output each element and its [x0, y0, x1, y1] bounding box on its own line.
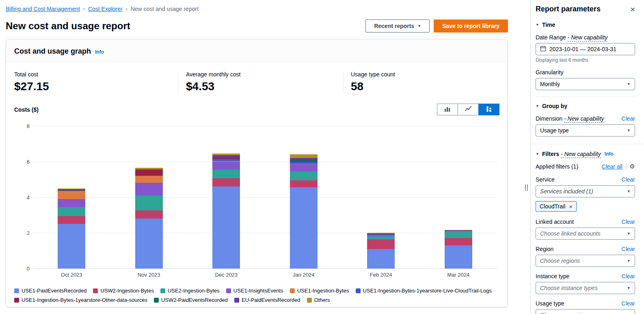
region-clear-link[interactable]: Clear	[622, 246, 635, 252]
legend-item[interactable]: USE1-Ingestion-Bytes	[290, 288, 349, 294]
stacked-bar[interactable]	[135, 168, 163, 269]
bar-segment[interactable]	[212, 170, 240, 179]
region-label-row: Region Clear	[536, 246, 635, 252]
bar-segment[interactable]	[135, 183, 163, 195]
bar-segment[interactable]	[135, 195, 163, 210]
bar-segment[interactable]	[58, 216, 85, 224]
instance-type-select[interactable]: Choose instance types ▼	[536, 282, 635, 294]
legend-item[interactable]: EU-PaidEventsRecorded	[234, 297, 300, 303]
bar-segment[interactable]	[367, 239, 395, 249]
legend-swatch	[226, 288, 231, 293]
breadcrumb-link-billing[interactable]: Billing and Cost Management	[6, 6, 80, 12]
legend-label: USW2-Ingestion-Bytes	[100, 288, 154, 294]
bar-segment[interactable]	[445, 232, 472, 238]
bar-segment[interactable]	[58, 224, 85, 269]
stacked-bar[interactable]	[212, 154, 240, 269]
linked-account-label-row: Linked account Clear	[536, 219, 635, 225]
legend-item[interactable]: USW2-Ingestion-Bytes	[93, 288, 154, 294]
info-link[interactable]: Info	[95, 49, 104, 55]
save-to-report-library-button[interactable]: Save to report library	[434, 19, 508, 32]
chevron-down-icon: ▼	[627, 128, 631, 132]
bar-segment[interactable]	[58, 199, 85, 207]
legend-item[interactable]: USE2-Ingestion-Bytes	[160, 288, 220, 294]
bar-segment[interactable]	[445, 245, 472, 269]
time-section-header[interactable]: ▼ Time	[536, 22, 635, 28]
legend-item[interactable]: USE1-Ingestion-Bytes-1yearstore-Other-da…	[14, 297, 147, 303]
legend-item[interactable]: USE1-InsightsEvents	[226, 288, 283, 294]
service-clear-link[interactable]: Clear	[622, 176, 635, 183]
bar-segment[interactable]	[135, 210, 163, 219]
dimension-clear-link[interactable]: Clear	[622, 115, 635, 122]
group-by-section-header[interactable]: ▼ Group by	[536, 103, 635, 109]
bar-column	[265, 126, 343, 269]
bar-segment[interactable]	[367, 236, 395, 239]
bar-column	[420, 126, 497, 269]
date-range-input[interactable]: 2023-10-01 — 2024-03-31	[536, 43, 635, 55]
granularity-value: Monthly	[540, 81, 560, 87]
bar-segment[interactable]	[212, 186, 240, 269]
legend-item[interactable]: USE1-PaidEventsRecorded	[14, 288, 86, 294]
x-tick-label: Feb 2024	[342, 272, 420, 278]
dimension-select[interactable]: Usage type ▼	[536, 124, 635, 136]
bar-segment[interactable]	[58, 207, 85, 216]
gear-icon[interactable]: ⚙	[630, 163, 635, 170]
bar-segment[interactable]	[290, 171, 318, 180]
dimension-label-row: Dimension - New capability Clear	[536, 115, 635, 122]
chevron-down-icon: ▼	[627, 82, 631, 86]
close-icon[interactable]: ×	[630, 5, 635, 13]
bar-segment[interactable]	[212, 178, 240, 186]
granularity-select[interactable]: Monthly ▼	[536, 78, 635, 90]
bar-segment[interactable]	[135, 176, 163, 183]
linked-account-clear-link[interactable]: Clear	[622, 219, 635, 225]
legend-item[interactable]: USW2-PaidEventsRecorded	[154, 297, 228, 303]
stat-total-cost: Total cost $27.15	[14, 71, 178, 93]
time-section-title: Time	[542, 22, 555, 28]
clear-all-link[interactable]: Clear all	[602, 163, 622, 170]
service-filter-label: Service	[536, 176, 555, 183]
bar-segment[interactable]	[290, 187, 318, 269]
recent-reports-button[interactable]: Recent reports ▼	[365, 19, 430, 32]
chart-x-axis: Oct 2023Nov 2023Dec 2023Jan 2024Feb 2024…	[33, 272, 497, 278]
usage-type-clear-link[interactable]: Clear	[622, 300, 635, 307]
stacked-bar[interactable]	[58, 188, 85, 269]
instance-type-label-row: Instance type Clear	[536, 273, 635, 279]
applied-filters-actions: Clear all | ⚙	[602, 163, 635, 170]
legend-item[interactable]: USE1-Ingestion-Bytes-1yearstore-Live-Clo…	[356, 288, 492, 294]
stacked-bar[interactable]	[290, 154, 318, 269]
bar-segment[interactable]	[290, 154, 318, 158]
stacked-bar[interactable]	[445, 230, 472, 269]
region-select[interactable]: Choose regions ▼	[536, 255, 635, 267]
bar-segment[interactable]	[58, 191, 85, 199]
line-chart-toggle-button[interactable]	[458, 104, 479, 115]
legend-label: USE1-PaidEventsRecorded	[22, 288, 86, 294]
filters-section-header[interactable]: ▼ Filters - New capability Info	[536, 151, 635, 157]
instance-type-clear-link[interactable]: Clear	[622, 273, 635, 279]
bar-segment[interactable]	[135, 170, 163, 175]
usage-type-select[interactable]: Choose usage types ▼	[536, 309, 635, 314]
bar-chart-toggle-button[interactable]	[437, 104, 458, 115]
filters-info-link[interactable]: Info	[605, 151, 614, 157]
splitter-handle[interactable]	[525, 184, 528, 191]
token-dismiss-icon[interactable]: ×	[569, 204, 573, 210]
service-select[interactable]: Services included (1) ▼	[536, 185, 635, 197]
bar-segment[interactable]	[367, 249, 395, 269]
bar-column	[188, 126, 265, 269]
linked-account-select[interactable]: Choose linked accounts ▼	[536, 227, 635, 240]
bar-segment[interactable]	[290, 180, 318, 188]
x-tick-label: Mar 2024	[420, 272, 497, 278]
linked-account-label: Linked account	[536, 219, 574, 225]
chevron-down-icon: ▼	[627, 259, 631, 263]
region-placeholder: Choose regions	[540, 258, 580, 264]
chart-y-axis-title: Costs ($)	[14, 106, 39, 113]
bar-column	[33, 126, 110, 269]
breadcrumb-link-cost-explorer[interactable]: Cost Explorer	[88, 6, 123, 12]
bar-segment[interactable]	[290, 164, 318, 171]
stacked-bar-chart-toggle-button[interactable]	[478, 104, 499, 115]
stat-label: Usage type count	[351, 71, 395, 78]
breadcrumb-separator: ›	[83, 6, 85, 12]
bar-segment[interactable]	[445, 238, 472, 245]
stacked-bar[interactable]	[367, 233, 395, 269]
legend-item[interactable]: Others	[307, 297, 330, 303]
bar-segment[interactable]	[135, 219, 163, 269]
bar-segment[interactable]	[212, 162, 240, 170]
